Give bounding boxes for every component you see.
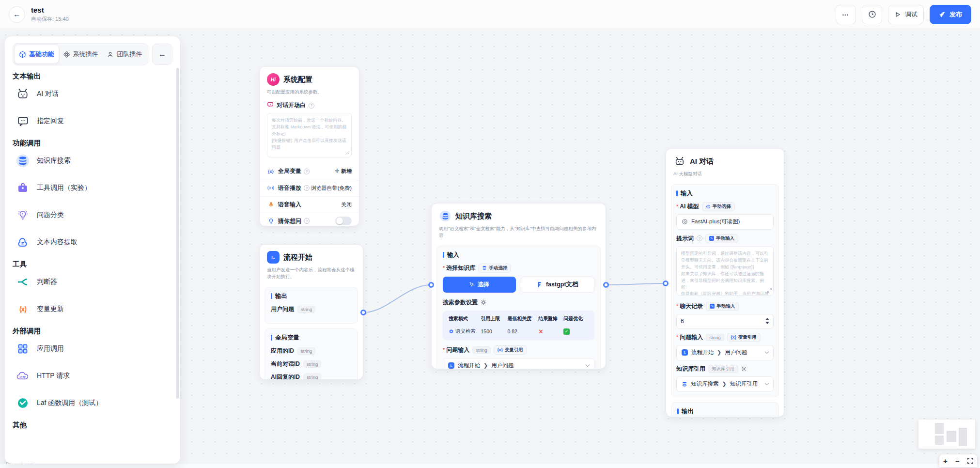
zoom-out-button[interactable]: − [955,457,960,465]
guess-question-toggle[interactable] [335,217,352,225]
node-title: AI 对话 [690,157,714,166]
sidebar-item-laf-function[interactable]: Laf 函数调用（测试） [16,393,172,413]
debug-button[interactable]: 调试 [888,5,924,24]
manual-select-chip[interactable]: 手动选择 [478,264,511,273]
model-select[interactable]: FastAI-plus(可读图) [676,214,774,230]
section-header: 其他 [13,420,172,430]
bulb-icon [16,208,30,222]
dataset-card[interactable]: fastgpt文档 [521,277,595,293]
required-mark: * [443,265,445,271]
edge-flowstart-kbsearch[interactable] [363,285,431,312]
type-chip: string [706,334,724,341]
section-bar [676,190,678,196]
sidebar-item-assigned-reply[interactable]: 指定回复 [16,111,172,131]
sidebar-item-variable-update[interactable]: (x) 变量更新 [16,299,172,319]
node-kb-search[interactable]: 知识库搜索 调用"语义检索"和"全文检索"能力，从"知识库"中查找可能与问题相关… [431,203,606,369]
sidebar-item-ai-chat[interactable]: AI 对话 [16,84,172,104]
number-steppers[interactable] [765,318,769,324]
manual-input-chip[interactable]: ✎ 手动输入 [706,302,739,311]
type-chip: string [303,360,321,368]
chevron-down-icon [765,381,769,385]
node-desc: 当用户发送一个内容后，流程将会从这个模块开始执行。 [267,266,356,280]
manual-input-chip[interactable]: ✎ 手动输入 [705,234,738,243]
manual-select-chip[interactable]: 手动选择 [702,202,735,211]
laf-icon [16,396,30,410]
question-source-dropdown[interactable]: I. 流程开始 ❯ 用户问题 [676,345,774,360]
microphone-icon [267,202,275,208]
required-mark: * [676,303,678,309]
fit-view-button[interactable] [967,458,973,464]
model-label: AI 模型 [680,203,699,211]
expand-icon[interactable] [767,286,772,295]
help-icon: ? [697,235,702,241]
add-variable-button[interactable]: ✛ 新增 [335,168,352,175]
bottom-strip [0,464,980,468]
history-button[interactable] [862,5,882,24]
variable-x-icon: {x} [498,347,503,352]
type-chip: 知识库引用 [708,365,738,373]
sidebar-item-classifier[interactable]: 判断器 [16,272,172,292]
section-bar [677,408,679,414]
node-system-config[interactable]: Hi 系统配置 可以配置应用的系统参数。 对话开场白 ? {x} 全局变量 ? … [259,66,359,226]
database-icon [482,265,487,270]
flow-start-icon: I.. [267,251,280,264]
quote-source-dropdown[interactable]: 知识库搜索 ❯ 知识库引用 [676,376,774,392]
prompt-textarea[interactable] [676,246,774,296]
zoom-in-button[interactable]: + [943,457,948,465]
cube-icon [19,51,26,58]
person-icon [107,51,114,58]
variable-ref-chip[interactable]: {x} 变量引用 [727,333,761,342]
config-row-voice-input[interactable]: 语音输入 关闭 [260,196,359,213]
rocket-icon [939,11,946,18]
sidebar-item-question-classify[interactable]: 问题分类 [16,205,172,225]
sidebar-item-tool-call[interactable]: 工具调用（实验） [16,178,172,198]
node-title: 知识库搜索 [455,212,492,221]
help-icon: ? [309,103,314,109]
gear-icon[interactable] [741,365,747,374]
gear-icon[interactable] [481,298,486,307]
variable-ref-chip[interactable]: {x} 变量引用 [494,345,527,355]
output-row: 用户问题 string [271,305,352,313]
config-row-guess-question[interactable]: 猜你想问 ? [260,213,359,226]
flow-start-icon: I. [448,362,454,369]
section-title: 输入 [681,189,693,198]
table-header: 结果重排 [538,315,563,322]
tab-system-plugins[interactable]: 系统插件 [59,45,103,63]
question-source-dropdown[interactable]: I. 流程开始 ❯ 用户问题 [443,358,594,369]
check-icon: ✓ [563,328,570,335]
config-row-global-variables[interactable]: {x} 全局变量 ? ✛ 新增 [260,163,359,180]
node-ai-chat[interactable]: AI 对话 AI 大模型对话 输入 * AI 模型 手动选择 FastAI-pl… [666,148,784,417]
target-handle-kb-search[interactable] [428,282,434,288]
history-count-input[interactable]: 6 [676,314,774,328]
sidebar-item-http-request[interactable]: HTTP HTTP 请求 [16,366,172,386]
source-handle-kb-search[interactable] [603,282,609,288]
resize-handle-icon[interactable] [346,148,350,156]
edge-kbsearch-aichat[interactable] [606,283,666,285]
welcome-textarea[interactable] [267,113,352,157]
flow-start-globals-card: 全局变量 应用的IDstring 当前对话IDstring AI回复的IDstr… [264,328,358,380]
table-header: 引用上限 [481,315,507,322]
more-button[interactable]: ⋯ [836,5,856,24]
sidebar-item-kb-search[interactable]: 知识库搜索 [16,151,172,171]
step-down-icon [765,322,769,324]
minimap[interactable] [918,420,975,449]
back-button[interactable]: ← [9,6,25,23]
table-header: 问题优化 [563,315,589,322]
welcome-chat-icon [267,101,274,110]
node-flow-start[interactable]: I.. 流程开始 当用户发送一个内容后，流程将会从这个模块开始执行。 输出 用户… [259,244,363,380]
sidebar-scrollbar[interactable] [176,68,179,399]
collapse-sidebar-button[interactable]: ← [152,44,172,65]
robot-icon [706,204,711,209]
choose-dataset-button[interactable]: 选择 [443,277,516,293]
tab-basic-modules[interactable]: 基础功能 [15,45,59,63]
arrow-left-icon: ← [13,10,21,19]
search-params-table[interactable]: 搜索模式 引用上限 最低相关度 结果重排 问题优化 语义检索 1500 0.82… [443,311,594,340]
target-handle-ai-chat[interactable] [663,281,669,286]
config-row-tts[interactable]: 语音播放 ? 浏览器自带(免费) [260,180,359,196]
sidebar-item-content-extract[interactable]: 文本内容提取 [16,232,172,252]
tab-team-plugins[interactable]: 团队插件 [102,45,146,63]
variable-x-icon: (x) [16,302,30,316]
publish-button[interactable]: 发布 [930,5,971,24]
sidebar-item-app-call[interactable]: 应用调用 [16,339,172,359]
source-handle-flow-start[interactable] [360,310,366,315]
